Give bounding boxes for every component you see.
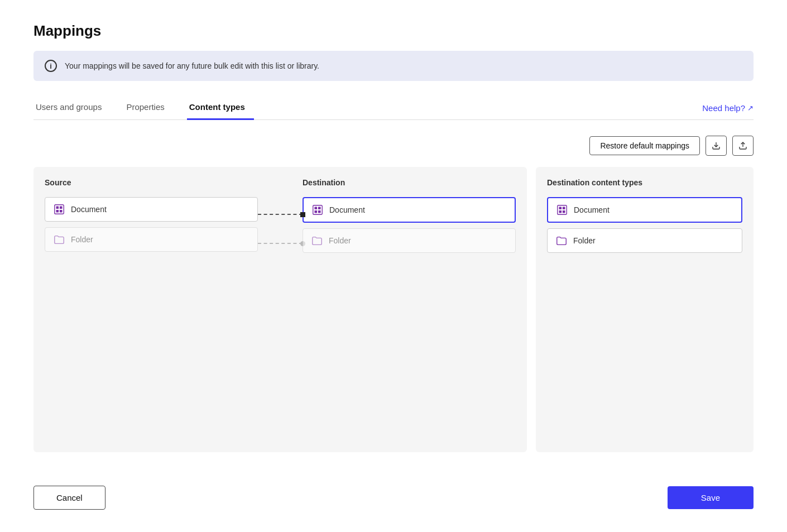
page-title: Mappings xyxy=(33,22,754,40)
document-ct-icon xyxy=(556,204,568,216)
dest-content-types-header: Destination content types xyxy=(547,178,742,187)
svg-rect-8 xyxy=(315,207,318,210)
info-icon: i xyxy=(45,60,57,72)
svg-rect-11 xyxy=(318,210,321,213)
svg-rect-5 xyxy=(56,210,59,213)
connector-folder xyxy=(258,232,303,255)
restore-default-button[interactable]: Restore default mappings xyxy=(589,136,700,155)
svg-rect-7 xyxy=(313,205,323,215)
tab-properties[interactable]: Properties xyxy=(124,97,173,120)
source-dest-panel: Source Document xyxy=(33,167,527,452)
tab-content-types[interactable]: Content types xyxy=(187,97,254,120)
import-button[interactable] xyxy=(706,136,727,156)
source-document-item[interactable]: Document xyxy=(45,197,258,222)
svg-rect-14 xyxy=(563,207,565,210)
folder-source-icon xyxy=(53,233,65,246)
destination-column: Destination Document xyxy=(303,178,516,253)
mapping-area: Source Document xyxy=(33,167,754,452)
connector-document-line xyxy=(258,214,303,215)
need-help-link[interactable]: Need help? ↗ xyxy=(702,103,754,113)
footer-row: Cancel Save xyxy=(33,475,754,510)
page-wrapper: Mappings i Your mappings will be saved f… xyxy=(0,0,787,532)
dest-content-type-items: Document Folder xyxy=(547,197,742,253)
svg-rect-13 xyxy=(559,207,562,210)
info-banner: i Your mappings will be saved for any fu… xyxy=(33,51,754,81)
svg-rect-15 xyxy=(559,210,562,213)
cancel-button[interactable]: Cancel xyxy=(33,486,105,510)
folder-ct-icon xyxy=(555,234,568,247)
import-icon xyxy=(712,141,721,151)
destination-header: Destination xyxy=(303,178,516,187)
svg-rect-10 xyxy=(315,210,318,213)
export-icon xyxy=(738,141,747,151)
connector-folder-line xyxy=(258,243,303,244)
dest-folder-item[interactable]: Folder xyxy=(303,228,516,253)
document-dest-icon xyxy=(311,204,324,216)
tabs-row: Users and groups Properties Content type… xyxy=(33,97,754,120)
info-banner-text: Your mappings will be saved for any futu… xyxy=(65,61,319,70)
dest-ct-folder-item[interactable]: Folder xyxy=(547,228,742,253)
dest-document-item[interactable]: Document xyxy=(303,197,516,223)
dest-content-types-panel: Destination content types Document xyxy=(536,167,754,452)
source-folder-item[interactable]: Folder xyxy=(45,227,258,252)
svg-rect-4 xyxy=(60,207,63,209)
source-header: Source xyxy=(45,178,258,187)
svg-rect-3 xyxy=(56,207,59,209)
toolbar-row: Restore default mappings xyxy=(33,136,754,156)
connector-document-dot xyxy=(300,212,305,217)
source-column: Source Document xyxy=(45,178,258,252)
folder-dest-icon xyxy=(311,234,323,247)
dest-ct-document-item[interactable]: Document xyxy=(547,197,742,223)
svg-rect-9 xyxy=(318,207,321,210)
connector-document xyxy=(258,203,303,226)
connector-column xyxy=(258,178,303,255)
svg-rect-6 xyxy=(60,210,63,213)
external-link-icon: ↗ xyxy=(747,104,754,112)
svg-rect-2 xyxy=(55,205,64,214)
source-items: Document Folder xyxy=(45,197,258,252)
svg-rect-16 xyxy=(563,210,565,213)
tab-users-groups[interactable]: Users and groups xyxy=(33,97,111,120)
svg-rect-12 xyxy=(558,205,567,215)
document-source-icon xyxy=(53,203,65,215)
destination-items: Document Folder xyxy=(303,197,516,253)
save-button[interactable]: Save xyxy=(668,486,754,509)
export-button[interactable] xyxy=(732,136,754,156)
